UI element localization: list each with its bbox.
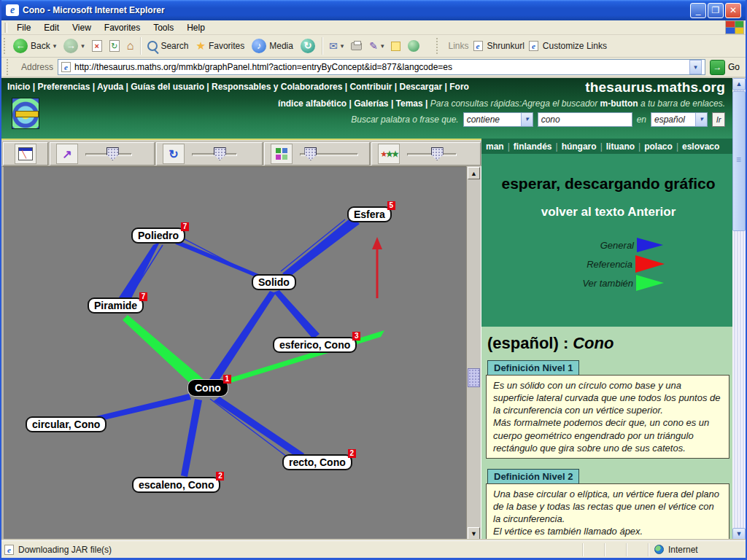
node-badge: 7 — [181, 222, 189, 231]
toolbar-grip[interactable] — [436, 38, 440, 54]
nav-link-5[interactable]: Contribuir — [349, 82, 392, 92]
stop-button[interactable]: × — [88, 39, 106, 53]
edge-cono-piramide-green — [123, 315, 204, 385]
applet-tool-group: ↻ — [156, 142, 263, 166]
site-logo[interactable] — [12, 98, 39, 129]
address-input[interactable]: e http://thesaurus.maths.org/mmkb/graphP… — [58, 59, 705, 75]
link-shrunkurl[interactable]: Shrunkurl — [487, 41, 525, 51]
nav-link-7[interactable]: Foro — [449, 82, 469, 92]
address-dropdown-icon[interactable]: ▾ — [689, 60, 702, 74]
search-mode-value: contiene — [467, 114, 500, 125]
restore-button[interactable]: ❐ — [708, 3, 724, 18]
rotate-button[interactable]: ↻ — [163, 144, 185, 164]
edge-cono-recto — [214, 397, 304, 459]
menu-item-3[interactable]: Favorites — [98, 21, 147, 34]
language-link-0[interactable]: man — [486, 141, 504, 152]
menu-item-1[interactable]: Edit — [37, 21, 66, 34]
close-button[interactable]: ✕ — [725, 3, 741, 18]
media-button[interactable]: ♪ Media — [248, 37, 297, 55]
graph-node-esfera[interactable]: Esfera5 — [347, 206, 392, 222]
subnav-link-1[interactable]: Galerías — [354, 98, 388, 109]
separator: | — [30, 82, 37, 92]
edit-button[interactable]: ✎ ▾ — [365, 39, 387, 53]
go-button[interactable]: → Go — [710, 60, 740, 75]
discuss-button[interactable] — [387, 40, 404, 52]
graph-node-escaleno-cono[interactable]: escaleno, Cono2 — [132, 477, 220, 493]
search-go-button[interactable]: Ir — [712, 112, 725, 127]
back-to-text-link[interactable]: volver al texto Anterior — [481, 205, 735, 219]
messenger-button[interactable] — [404, 39, 423, 53]
search-term-input[interactable] — [538, 112, 632, 127]
nav-link-3[interactable]: Guías del usuario — [131, 82, 204, 92]
graph-window-button[interactable] — [15, 144, 36, 164]
slider-thumb[interactable] — [304, 147, 317, 160]
scroll-up-icon[interactable]: ▲ — [468, 167, 480, 179]
slider-thumb[interactable] — [431, 147, 444, 160]
rotate-slider[interactable] — [192, 147, 237, 160]
site-nav: Inicio | Preferencias | Ayuda | Guías de… — [7, 82, 469, 92]
back-dropdown-icon[interactable]: ▾ — [53, 42, 57, 50]
minimize-button[interactable]: _ — [690, 3, 706, 18]
search-language-select[interactable]: español ▾ — [651, 112, 708, 127]
definition-level1-tab[interactable]: Definición Nivel 1 — [487, 360, 579, 375]
nav-link-0[interactable]: Inicio — [7, 82, 30, 92]
graph-node-poliedro[interactable]: Poliedro7 — [131, 228, 185, 244]
graph-node-esferico-cono[interactable]: esferico, Cono3 — [273, 337, 357, 353]
go-label: Go — [728, 62, 740, 72]
language-link-2[interactable]: húngaro — [562, 141, 597, 152]
refresh-button[interactable]: ↻ — [106, 39, 123, 53]
history-button[interactable]: ↻ — [297, 37, 319, 55]
definition-level2-tab[interactable]: Definición Nivel 2 — [487, 469, 579, 483]
scroll-down-icon[interactable]: ▼ — [732, 528, 746, 540]
print-button[interactable] — [347, 41, 365, 52]
forward-button[interactable]: → ▾ — [60, 37, 88, 55]
subnav-link-0[interactable]: índice alfabético — [278, 98, 347, 109]
language-link-4[interactable]: polaco — [644, 141, 673, 152]
menu-item-5[interactable]: Help — [180, 21, 212, 34]
m-button-label: m-button — [600, 98, 638, 109]
back-button[interactable]: ← Back ▾ — [9, 37, 60, 55]
menu-item-4[interactable]: Tools — [147, 21, 180, 34]
pan-slider[interactable] — [85, 147, 132, 160]
home-button[interactable]: ⌂ — [123, 38, 138, 54]
pan-button[interactable]: ↗ — [56, 144, 78, 164]
nav-link-1[interactable]: Preferencias — [37, 82, 90, 92]
scroll-down-icon[interactable]: ▼ — [468, 527, 480, 540]
layout-button[interactable] — [271, 144, 293, 164]
language-link-3[interactable]: lituano — [606, 141, 635, 152]
graph-scrollbar-thumb[interactable] — [468, 368, 480, 387]
quality-slider[interactable] — [407, 147, 457, 160]
toolbar-grip[interactable] — [7, 59, 10, 75]
graph-node-piramide[interactable]: Piramide7 — [88, 298, 144, 314]
page-scrollbar-thumb[interactable] — [732, 91, 746, 231]
language-link-5[interactable]: eslovaco — [682, 141, 719, 152]
mail-button[interactable]: ✉ ▾ — [325, 39, 347, 53]
nav-link-4[interactable]: Responsables y Colaboradores — [212, 82, 342, 92]
slider-thumb[interactable] — [107, 147, 119, 160]
toolbar-grip[interactable] — [4, 23, 7, 33]
link-customize-links[interactable]: Customize Links — [543, 41, 607, 51]
menu-item-2[interactable]: View — [66, 21, 98, 34]
node-badge: 5 — [387, 201, 395, 210]
graph-node-solido[interactable]: Solido — [252, 274, 296, 290]
scroll-up-icon[interactable]: ▲ — [732, 78, 746, 90]
graph-scrollbar[interactable]: ▲ ▼ — [466, 166, 481, 540]
nav-link-2[interactable]: Ayuda — [97, 82, 123, 92]
graph-node-cono[interactable]: Cono1 — [188, 380, 228, 396]
menu-item-0[interactable]: File — [10, 21, 37, 34]
graph-node-circular-cono[interactable]: circular, Cono — [26, 416, 107, 432]
graph-node-recto-cono[interactable]: recto, Cono2 — [282, 454, 352, 470]
quality-button[interactable]: ★★★ — [378, 144, 400, 164]
favorites-button[interactable]: ★ Favorites — [192, 38, 248, 54]
concept-graph-panel[interactable]: Esfera5 Poliedro7 Solido Piramide7 esfer… — [1, 166, 466, 540]
slider-thumb[interactable] — [214, 147, 226, 160]
nav-link-6[interactable]: Descargar — [399, 82, 442, 92]
search-mode-select[interactable]: contiene ▾ — [463, 112, 533, 127]
subnav-link-2[interactable]: Temas — [396, 98, 423, 109]
language-link-1[interactable]: finlandés — [514, 141, 552, 152]
search-language-value: español — [654, 114, 685, 125]
layout-slider[interactable] — [300, 147, 358, 160]
page-scrollbar[interactable]: ▲ ▼ — [732, 78, 746, 540]
toolbar-grip[interactable] — [4, 38, 7, 54]
search-button[interactable]: Search — [144, 39, 192, 52]
